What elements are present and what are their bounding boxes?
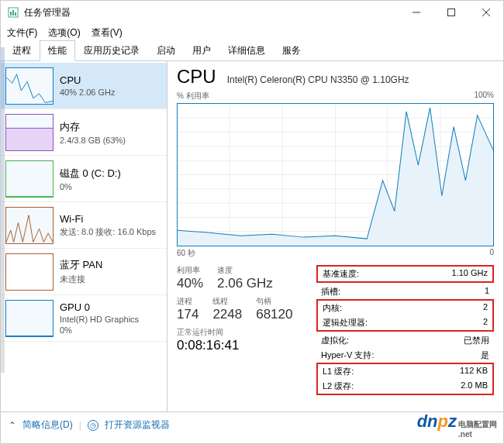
- cpu-chart[interactable]: [177, 103, 494, 246]
- chevron-up-icon[interactable]: ⌃: [9, 420, 16, 431]
- wifi-thumb-icon: [5, 207, 54, 244]
- main-panel: CPU Intel(R) Celeron(R) CPU N3350 @ 1.10…: [167, 61, 503, 411]
- window-title: 任务管理器: [24, 6, 399, 19]
- highlight-box: 基准速度:1.10 GHz: [316, 265, 494, 283]
- tab-users[interactable]: 用户: [184, 40, 219, 61]
- svg-rect-3: [15, 12, 16, 15]
- bluetooth-thumb-icon: [5, 253, 54, 291]
- tab-apphistory[interactable]: 应用历史记录: [75, 40, 148, 61]
- svg-rect-2: [12, 10, 14, 15]
- cpu-model: Intel(R) Celeron(R) CPU N3350 @ 1.10GHz: [227, 74, 409, 85]
- brief-info-link[interactable]: 简略信息(D): [22, 418, 73, 432]
- app-icon: [7, 6, 19, 19]
- memory-thumb-icon: [5, 114, 54, 151]
- page-title: CPU: [177, 66, 216, 88]
- menubar: 文件(F) 选项(O) 查看(V): [1, 24, 503, 41]
- disk-thumb-icon: [5, 160, 54, 198]
- tab-startup[interactable]: 启动: [148, 40, 184, 61]
- sidebar-item-label: CPU: [60, 74, 116, 86]
- tab-services[interactable]: 服务: [274, 40, 309, 61]
- sidebar: CPU40% 2.06 GHz 内存2.4/3.8 GB (63%) 磁盘 0 …: [1, 61, 167, 411]
- sidebar-item-disk[interactable]: 磁盘 0 (C: D:)0%: [1, 156, 167, 202]
- close-button[interactable]: [468, 1, 503, 24]
- resmon-link[interactable]: 打开资源监视器: [105, 418, 170, 432]
- tab-processes[interactable]: 进程: [4, 40, 40, 61]
- cpu-thumb-icon: [5, 67, 54, 105]
- sidebar-item-memory[interactable]: 内存2.4/3.8 GB (63%): [1, 109, 167, 156]
- watermark: dnpz 电脑配置网.net: [417, 411, 497, 439]
- sidebar-item-cpu[interactable]: CPU40% 2.06 GHz: [1, 63, 167, 109]
- maximize-button[interactable]: [433, 1, 468, 24]
- svg-rect-1: [10, 12, 12, 15]
- sidebar-item-gpu[interactable]: GPU 0Intel(R) HD Graphics0%: [1, 295, 167, 342]
- sidebar-item-wifi[interactable]: Wi-Fi发送: 8.0 接收: 16.0 Kbps: [1, 202, 167, 249]
- titlebar: 任务管理器: [1, 1, 503, 24]
- svg-rect-8: [6, 128, 53, 150]
- minimize-button[interactable]: [399, 1, 433, 24]
- resmon-icon: ◷: [88, 420, 98, 431]
- menu-view[interactable]: 查看(V): [91, 26, 123, 40]
- tab-details[interactable]: 详细信息: [219, 40, 274, 61]
- gpu-thumb-icon: [5, 300, 54, 337]
- tab-performance[interactable]: 性能: [40, 40, 75, 61]
- menu-options[interactable]: 选项(O): [48, 26, 80, 40]
- highlight-box: 内核:2 逻辑处理器:2: [316, 299, 494, 332]
- menu-file[interactable]: 文件(F): [7, 26, 37, 40]
- sidebar-item-bluetooth[interactable]: 蓝牙 PAN未连接: [1, 249, 167, 295]
- svg-rect-5: [447, 9, 454, 16]
- tabs: 进程 性能 应用历史记录 启动 用户 详细信息 服务: [1, 41, 503, 61]
- highlight-box: L1 缓存:112 KB L2 缓存:2.0 MB: [316, 363, 494, 395]
